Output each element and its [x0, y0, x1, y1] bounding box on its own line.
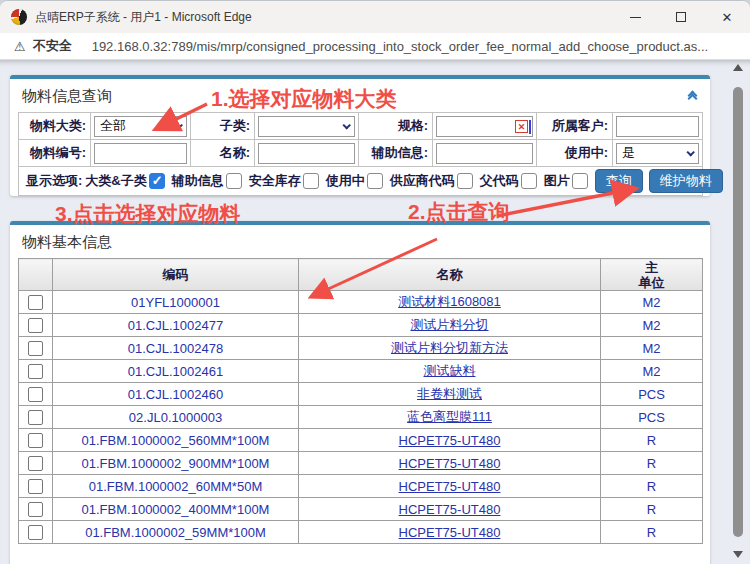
spec-label: 规格:	[359, 113, 433, 140]
name-label: 名称:	[191, 140, 255, 167]
minimize-icon	[630, 17, 641, 18]
display-option-label: 供应商代码	[390, 172, 455, 190]
annotation-step2: 2.点击查询	[408, 198, 510, 226]
material-unit: M2	[601, 314, 703, 337]
customer-label: 所属客户:	[537, 113, 613, 140]
material-code-link[interactable]: 01.CJL.1002460	[53, 383, 299, 406]
vertical-scrollbar[interactable]	[730, 60, 746, 564]
material-name-link[interactable]: 测试片料分切	[299, 314, 601, 337]
annotation-step1: 1.选择对应物料大类	[211, 85, 397, 113]
row-checkbox[interactable]	[28, 387, 43, 402]
material-name-link[interactable]: 蓝色离型膜111	[299, 406, 601, 429]
table-row: 01.CJL.1002477 测试片料分切 M2	[19, 314, 703, 337]
material-name-link[interactable]: HCPET75-UT480	[299, 498, 601, 521]
display-option-checkbox[interactable]	[572, 173, 588, 189]
customer-input[interactable]	[616, 116, 699, 137]
table-row: 01.CJL.1002460 非卷料测试 PCS	[19, 383, 703, 406]
unit-column-header: 主 单位	[601, 259, 703, 291]
material-name-link[interactable]: 测试片料分切新方法	[299, 337, 601, 360]
table-row: 01.FBM.1000002_560MM*100M HCPET75-UT480 …	[19, 429, 703, 452]
material-unit: M2	[601, 360, 703, 383]
row-checkbox[interactable]	[28, 410, 43, 425]
material-code-link[interactable]: 01.CJL.1002478	[53, 337, 299, 360]
maintain-material-button[interactable]: 维护物料	[649, 169, 723, 193]
display-option-label: 图片	[544, 172, 570, 190]
material-unit: R	[601, 452, 703, 475]
name-input[interactable]	[258, 143, 355, 164]
display-option: 安全库存	[249, 172, 319, 190]
row-checkbox[interactable]	[28, 341, 43, 356]
in-use-label: 使用中:	[537, 140, 613, 167]
material-code-link[interactable]: 01.FBM.1000002_560MM*100M	[53, 429, 299, 452]
material-code-link[interactable]: 01.FBM.1000002_59MM*100M	[53, 521, 299, 544]
display-options-row: 显示选项: 大类&子类 辅助信息 安全库存	[22, 169, 699, 193]
close-button[interactable]: ✕	[704, 1, 750, 33]
material-code-input[interactable]	[94, 143, 187, 164]
row-checkbox[interactable]	[28, 433, 43, 448]
in-use-select[interactable]: 是	[616, 143, 699, 164]
collapse-panel-button[interactable]	[689, 92, 696, 102]
chevron-down-icon	[342, 121, 350, 129]
category-select[interactable]: 全部	[94, 116, 187, 137]
material-code-link[interactable]: 01YFL1000001	[53, 291, 299, 314]
checkbox-column-header	[19, 259, 53, 291]
scrollbar-thumb[interactable]	[733, 87, 743, 537]
display-option: 辅助信息	[172, 172, 242, 190]
minimize-button[interactable]	[612, 1, 658, 33]
material-unit: R	[601, 475, 703, 498]
material-unit: M2	[601, 337, 703, 360]
maximize-button[interactable]	[658, 1, 704, 33]
result-panel: 物料基本信息 编码 名称 主 单位	[10, 221, 710, 564]
query-form: 物料大类: 全部 子类: 规格: 所属客户:	[18, 112, 703, 196]
material-code-link[interactable]: 01.CJL.1002477	[53, 314, 299, 337]
material-code-link[interactable]: 01.FBM.1000002_900MM*100M	[53, 452, 299, 475]
material-code-link[interactable]: 01.FBM.1000002_400MM*100M	[53, 498, 299, 521]
display-option-label: 使用中	[326, 172, 365, 190]
row-checkbox[interactable]	[28, 295, 43, 310]
material-code-link[interactable]: 02.JL0.1000003	[53, 406, 299, 429]
material-name-link[interactable]: HCPET75-UT480	[299, 521, 601, 544]
material-table: 编码 名称 主 单位 01YFL1000001 测试材料1608081	[18, 258, 703, 544]
material-name-link[interactable]: HCPET75-UT480	[299, 452, 601, 475]
row-checkbox[interactable]	[28, 479, 43, 494]
chevron-down-icon	[174, 121, 182, 129]
display-option-checkbox[interactable]	[521, 173, 537, 189]
material-name-link[interactable]: 测试材料1608081	[299, 291, 601, 314]
row-checkbox[interactable]	[28, 364, 43, 379]
material-name-link[interactable]: 非卷料测试	[299, 383, 601, 406]
scroll-down-icon[interactable]	[733, 551, 743, 558]
display-option-checkbox[interactable]	[457, 173, 473, 189]
display-option: 供应商代码	[390, 172, 473, 190]
material-unit: R	[601, 498, 703, 521]
scroll-up-icon[interactable]	[733, 64, 743, 71]
display-option-label: 安全库存	[249, 172, 301, 190]
display-option-checkbox[interactable]	[367, 173, 383, 189]
row-checkbox[interactable]	[28, 525, 43, 540]
subclass-label: 子类:	[191, 113, 255, 140]
app-favicon-icon	[11, 9, 27, 25]
material-unit: PCS	[601, 406, 703, 429]
security-label: 不安全	[33, 37, 72, 55]
broken-image-icon	[515, 120, 528, 133]
display-option-checkbox[interactable]	[149, 173, 165, 189]
display-option-checkbox[interactable]	[303, 173, 319, 189]
url-text[interactable]: 192.168.0.32:789/mis/mrp/consigned_proce…	[92, 39, 708, 54]
row-checkbox[interactable]	[28, 502, 43, 517]
material-code-link[interactable]: 01.CJL.1002461	[53, 360, 299, 383]
material-unit: R	[601, 521, 703, 544]
material-name-link[interactable]: HCPET75-UT480	[299, 475, 601, 498]
table-row: 02.JL0.1000003 蓝色离型膜111 PCS	[19, 406, 703, 429]
row-checkbox[interactable]	[28, 456, 43, 471]
material-code-link[interactable]: 01.FBM.1000002_60MM*50M	[53, 475, 299, 498]
query-button[interactable]: 查询	[595, 169, 643, 193]
material-name-link[interactable]: 测试缺料	[299, 360, 601, 383]
subclass-select[interactable]	[258, 116, 355, 137]
material-name-link[interactable]: HCPET75-UT480	[299, 429, 601, 452]
table-row: 01.FBM.1000002_60MM*50M HCPET75-UT480 R	[19, 475, 703, 498]
material-unit: R	[601, 429, 703, 452]
aux-info-input[interactable]	[436, 143, 533, 164]
material-unit: M2	[601, 291, 703, 314]
row-checkbox[interactable]	[28, 318, 43, 333]
maximize-icon	[676, 12, 686, 22]
display-option-checkbox[interactable]	[226, 173, 242, 189]
